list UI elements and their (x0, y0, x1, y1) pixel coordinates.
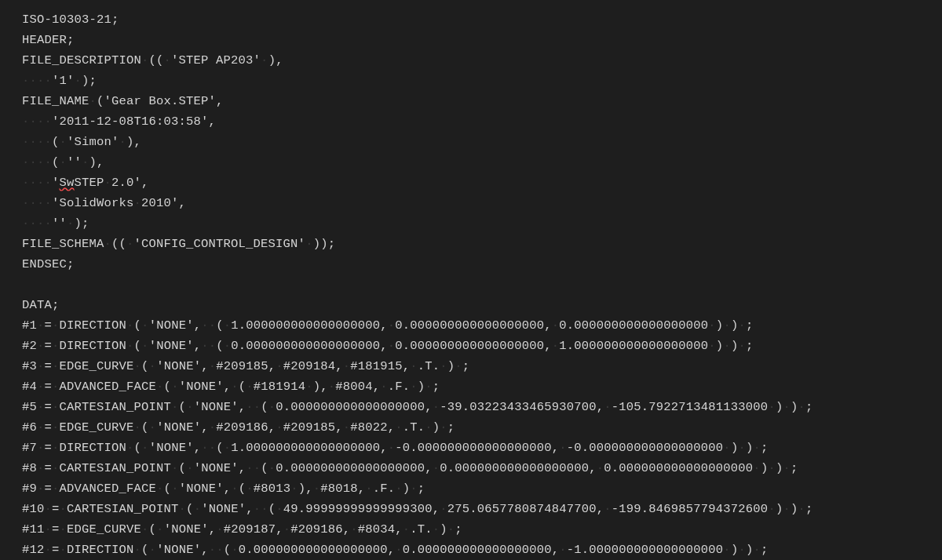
code-line: FILE_NAME·('Gear Box.STEP', (22, 91, 942, 111)
code-line: ····'SwSTEP·2.0', (22, 173, 942, 193)
code-line: ····'SolidWorks·2010', (22, 193, 942, 213)
code-line: ISO-10303-21; (22, 9, 942, 30)
code-line: ····'2011-12-08T16:03:58', (22, 111, 942, 132)
code-line: ····(·''·), (22, 152, 942, 173)
code-line: #11·=·EDGE_CURVE·(·'NONE',·#209187,·#209… (22, 519, 942, 540)
code-line: #9·=·ADVANCED_FACE·(·'NONE',·(·#8013·),·… (22, 478, 942, 499)
code-line: #5·=·CARTESIAN_POINT·(·'NONE',··(·0.0000… (22, 397, 942, 417)
code-line: #7·=·DIRECTION·(·'NONE',··(·1.0000000000… (22, 438, 942, 458)
code-line: #12·=·DIRECTION·(·'NONE',··(·0.000000000… (22, 540, 942, 560)
spellcheck-squiggle: Sw (60, 176, 75, 190)
code-line: HEADER; (22, 30, 942, 50)
code-line: #6·=·EDGE_CURVE·(·'NONE',·#209186,·#2091… (22, 417, 942, 438)
code-line: DATA; (22, 295, 942, 315)
code-line: ····'1'·); (22, 71, 942, 91)
code-line: ENDSEC; (22, 254, 942, 275)
code-line: #4·=·ADVANCED_FACE·(·'NONE',·(·#181914·)… (22, 376, 942, 397)
code-line: FILE_DESCRIPTION·((·'STEP AP203'·), (22, 50, 942, 71)
code-editor[interactable]: ISO-10303-21;HEADER;FILE_DESCRIPTION·((·… (0, 0, 942, 560)
code-line: #8·=·CARTESIAN_POINT·(·'NONE',··(·0.0000… (22, 458, 942, 478)
code-line: #2·=·DIRECTION·(·'NONE',··(·0.0000000000… (22, 336, 942, 356)
code-line: #3·=·EDGE_CURVE·(·'NONE',·#209185,·#2091… (22, 356, 942, 376)
code-line: #10·=·CARTESIAN_POINT·(·'NONE',··(·49.99… (22, 499, 942, 519)
code-line: #1·=·DIRECTION·(·'NONE',··(·1.0000000000… (22, 315, 942, 336)
code-line: FILE_SCHEMA·((·'CONFIG_CONTROL_DESIGN'·)… (22, 234, 942, 254)
code-line (22, 275, 942, 295)
code-line: ····''·); (22, 213, 942, 234)
code-line: ····(·'Simon'·), (22, 132, 942, 152)
